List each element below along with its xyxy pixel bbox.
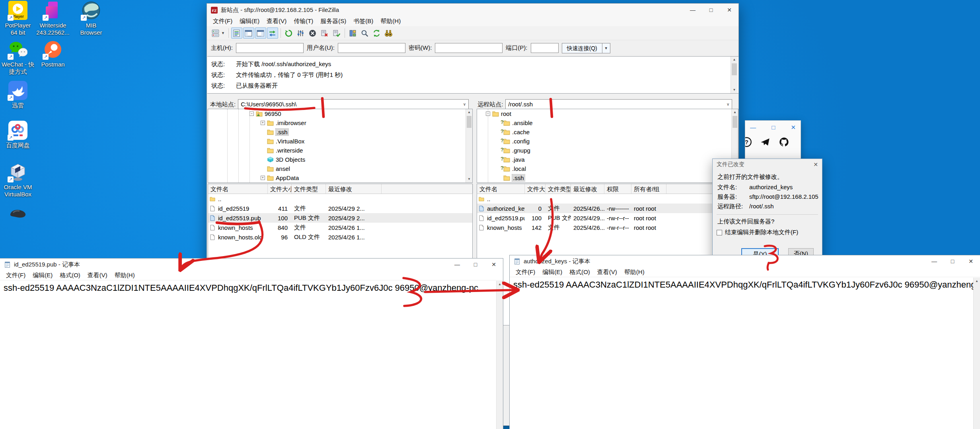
tree-item-java[interactable]: ?.java (477, 155, 738, 164)
dialog-title-bar[interactable]: 文件已改变 ✕ (713, 159, 822, 170)
desktop-icon-potplayer[interactable]: Player↗PotPlayer 64 bit (0, 1, 36, 36)
close-icon[interactable]: ✕ (962, 255, 980, 267)
toggle-log-icon[interactable] (231, 27, 242, 39)
cancel-icon[interactable] (307, 27, 318, 39)
close-icon[interactable]: ✕ (485, 259, 503, 270)
column-header-2[interactable]: 文件类型 (546, 184, 571, 194)
column-header-1[interactable]: 文件大小 (268, 184, 292, 194)
menu-item[interactable]: 文件(F) (2, 272, 29, 279)
file-row[interactable]: .. (477, 194, 738, 204)
dropdown-caret-icon[interactable]: ▼ (221, 31, 225, 35)
column-header-4[interactable]: 权限 (604, 184, 631, 194)
tree-item-ssh[interactable]: .ssh (477, 173, 738, 182)
scroll-up-icon[interactable]: ▲ (732, 109, 738, 116)
github-icon[interactable] (779, 137, 789, 149)
tree-item-root[interactable]: −root (477, 109, 738, 118)
chevron-down-icon[interactable]: ∨ (463, 100, 466, 109)
directory-comparison-icon[interactable] (347, 27, 358, 39)
toggle-local-tree-icon[interactable] (243, 27, 254, 39)
desktop-icon-baidu-netdisk[interactable]: ↗百度网盘 (0, 121, 36, 149)
tree-expander-icon[interactable]: − (249, 112, 254, 116)
column-header-1[interactable]: 文件大小 (525, 184, 546, 194)
menu-item[interactable]: 帮助(H) (111, 272, 138, 279)
desktop-icon-postman[interactable]: ↗Postman (35, 40, 71, 68)
column-header-3[interactable]: 最近修改 (571, 184, 604, 194)
file-row[interactable]: .. (208, 194, 472, 204)
tree-item-ssh[interactable]: .ssh (208, 127, 472, 137)
password-input[interactable] (435, 43, 503, 53)
minimize-icon[interactable]: — (448, 259, 466, 270)
desktop-icon-xunlei[interactable]: ↗迅雷 (0, 81, 36, 109)
column-header-2[interactable]: 文件类型 (292, 184, 326, 194)
menu-item[interactable]: 服务器(S) (317, 18, 350, 25)
remote-site-combobox[interactable]: /root/.ssh ∨ (505, 99, 732, 110)
maximize-icon[interactable]: □ (702, 4, 720, 16)
menu-item[interactable]: 查看(V) (84, 272, 111, 279)
scroll-up-icon[interactable]: ▲ (466, 109, 472, 116)
tree-item-AppData[interactable]: +AppData (208, 173, 472, 182)
desktop-icon-wechat[interactable]: ↗WeChat - 快 捷方式 (0, 40, 36, 75)
menu-item[interactable]: 编辑(E) (539, 268, 566, 276)
refresh-icon[interactable] (283, 27, 294, 39)
tree-item-cache[interactable]: ?.cache (477, 127, 738, 137)
desktop-icon-unknown-partial[interactable] (0, 201, 36, 220)
notepad-scrollbar[interactable]: ▲ (973, 278, 980, 429)
menu-item[interactable]: 帮助(H) (621, 268, 648, 276)
column-header-0[interactable]: 文件名∧ (477, 184, 525, 194)
synchronized-browsing-icon[interactable] (371, 27, 382, 39)
menu-item[interactable]: 编辑(E) (236, 18, 263, 25)
menu-item[interactable]: 书签(B) (350, 18, 377, 25)
menu-item[interactable]: 编辑(E) (29, 272, 56, 279)
desktop-icon-writerside[interactable]: ↗Writerside 243.22562... (35, 1, 71, 36)
tree-item-config[interactable]: ?.config (477, 137, 738, 146)
username-input[interactable] (338, 43, 405, 53)
toggle-remote-tree-icon[interactable] (255, 27, 266, 39)
find-files-icon[interactable] (383, 27, 394, 39)
reconnect-icon[interactable] (331, 27, 342, 39)
menu-item[interactable]: 格式(O) (56, 272, 84, 279)
column-header-5[interactable]: 所有者/组 (631, 184, 666, 194)
close-icon[interactable]: ✕ (791, 124, 796, 131)
site-manager-icon[interactable] (210, 27, 221, 39)
port-input[interactable] (531, 43, 559, 53)
file-row[interactable]: id_ed25519.pub100PUB 文件2025/4/29 2... (208, 213, 472, 223)
tree-item-96950[interactable]: −96950 (208, 109, 472, 118)
process-queue-icon[interactable] (295, 27, 306, 39)
tree-expander-icon[interactable]: + (261, 121, 265, 125)
chevron-down-icon[interactable]: ∨ (727, 100, 729, 109)
notepad-title-bar[interactable]: authorized_keys - 记事本 — □ ✕ (510, 255, 980, 267)
help-icon[interactable]: ? (745, 137, 752, 149)
tree-item-3DObjects[interactable]: 3D Objects (208, 155, 472, 164)
desktop-icon-mib-browser[interactable]: ↗MIB Browser (73, 1, 109, 36)
disconnect-icon[interactable] (319, 27, 330, 39)
menu-item[interactable]: 文件(F) (512, 268, 539, 276)
telegram-icon[interactable] (760, 137, 771, 149)
toggle-queue-icon[interactable] (267, 27, 278, 39)
menu-item[interactable]: 格式(O) (566, 268, 594, 276)
menu-item[interactable]: 查看(V) (594, 268, 621, 276)
tree-item-ansel[interactable]: ansel (208, 164, 472, 173)
tree-item-imibrowser[interactable]: +.imibrowser (208, 118, 472, 127)
scroll-thumb[interactable] (733, 116, 737, 128)
tree-item-local[interactable]: ?.local (477, 164, 738, 173)
maximize-icon[interactable]: □ (466, 259, 485, 270)
minimize-icon[interactable]: — (925, 255, 943, 267)
notepad-text-area[interactable]: ssh-ed25519 AAAAC3NzaC1lZDI1NTE5AAAAIIE4… (0, 281, 496, 429)
maximize-icon[interactable]: □ (943, 255, 962, 267)
tree-item-ansible[interactable]: ?.ansible (477, 118, 738, 127)
desktop-icon-virtualbox[interactable]: ↗Oracle VM VirtualBox (0, 163, 36, 198)
menu-item[interactable]: 文件(F) (209, 18, 236, 25)
tree-scrollbar[interactable]: ▲▼ (466, 109, 472, 182)
delete-local-checkbox[interactable] (717, 230, 722, 235)
message-log-scrollbar[interactable]: ▲ ▼ (731, 57, 738, 93)
tree-expander-icon[interactable]: + (261, 176, 265, 180)
filter-icon[interactable] (359, 27, 370, 39)
file-row[interactable]: known_hosts.old96OLD 文件2025/4/26 1... (208, 232, 472, 242)
scroll-down-icon[interactable]: ▼ (466, 176, 472, 182)
menu-item[interactable]: 查看(V) (263, 18, 290, 25)
tree-item-gnupg[interactable]: ?.gnupg (477, 146, 738, 155)
host-input[interactable] (236, 43, 304, 53)
file-row[interactable]: id_ed25519411文件2025/4/29 2... (208, 204, 472, 213)
file-row[interactable]: id_ed25519.pub100PUB 文件2025/4/29...-rw-r… (477, 213, 738, 223)
tree-item[interactable] (477, 182, 738, 183)
